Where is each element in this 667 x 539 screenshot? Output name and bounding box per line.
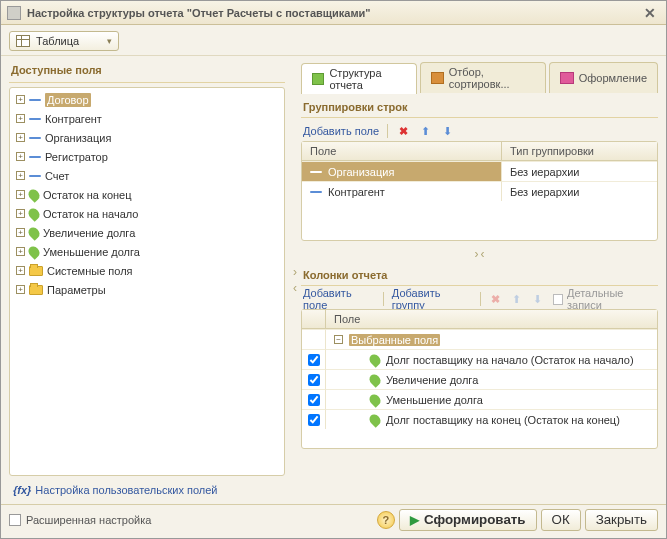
col-header-type: Тип группировки xyxy=(502,142,657,160)
filter-icon xyxy=(431,72,443,84)
expand-icon[interactable]: + xyxy=(16,209,25,218)
move-left-icon[interactable]: ‹ xyxy=(481,247,485,261)
tree-item-label: Остаток на начало xyxy=(43,208,138,220)
folder-icon xyxy=(29,285,43,295)
column-row[interactable]: Долг поставщику на конец (Остаток на кон… xyxy=(302,409,657,429)
separator xyxy=(387,124,388,138)
tab-structure[interactable]: Структура отчета xyxy=(301,63,417,94)
column-checkbox[interactable] xyxy=(308,374,320,386)
chevron-down-icon: ▾ xyxy=(107,36,112,46)
add-field-link[interactable]: Добавить поле xyxy=(303,125,379,137)
form-button-label: Сформировать xyxy=(424,512,526,527)
move-right-icon[interactable]: › xyxy=(475,247,479,261)
column-label: Долг поставщику на начало (Остаток на на… xyxy=(386,354,634,366)
columns-grid[interactable]: Поле − Выбранные поля Долг поставщику на… xyxy=(301,309,658,449)
columns-root-row[interactable]: − Выбранные поля xyxy=(302,329,657,349)
grouping-row[interactable]: КонтрагентБез иерархии xyxy=(302,181,657,201)
design-icon xyxy=(560,72,574,84)
expand-icon[interactable]: + xyxy=(16,133,25,142)
close-button-label: Закрыть xyxy=(596,512,647,527)
field-tree[interactable]: +Договор+Контрагент+Организация+Регистра… xyxy=(9,87,285,476)
column-row[interactable]: Увеличение долга xyxy=(302,369,657,389)
leaf-icon xyxy=(367,372,383,388)
column-row[interactable]: Долг поставщику на начало (Остаток на на… xyxy=(302,349,657,369)
form-report-button[interactable]: ▶ Сформировать xyxy=(399,509,537,531)
grouping-type: Без иерархии xyxy=(502,181,657,201)
delete-icon[interactable]: ✖ xyxy=(396,124,410,138)
leaf-icon xyxy=(367,392,383,408)
splitter-vertical[interactable]: › ‹ xyxy=(289,56,301,504)
tree-item-label: Остаток на конец xyxy=(43,189,132,201)
tree-item[interactable]: +Контрагент xyxy=(10,109,284,128)
expand-icon[interactable]: + xyxy=(16,266,25,275)
column-checkbox[interactable] xyxy=(308,414,320,426)
help-button[interactable]: ? xyxy=(377,511,395,529)
tree-item-label: Договор xyxy=(45,93,91,107)
tree-item-label: Увеличение долга xyxy=(43,227,135,239)
expand-icon[interactable]: + xyxy=(16,190,25,199)
expand-icon[interactable]: + xyxy=(16,247,25,256)
delete-icon: ✖ xyxy=(489,292,502,306)
expand-icon[interactable]: + xyxy=(16,95,25,104)
fx-icon: {fx} xyxy=(13,484,31,496)
grouping-type: Без иерархии xyxy=(502,161,657,181)
expand-icon[interactable]: + xyxy=(16,285,25,294)
column-checkbox[interactable] xyxy=(308,354,320,366)
column-label: Уменьшение долга xyxy=(386,394,483,406)
groupings-title: Группировки строк xyxy=(301,99,658,118)
structure-icon xyxy=(312,73,324,85)
tab-filter-sort[interactable]: Отбор, сортировк... xyxy=(420,62,545,93)
grouping-field: Организация xyxy=(328,166,394,178)
collapse-icon[interactable]: − xyxy=(334,335,343,344)
add-field-link[interactable]: Добавить поле xyxy=(303,287,375,311)
leaf-icon xyxy=(26,187,42,203)
tab-filter-label: Отбор, сортировк... xyxy=(449,66,535,90)
tree-item[interactable]: +Уменьшение долга xyxy=(10,242,284,261)
tree-item[interactable]: +Параметры xyxy=(10,280,284,299)
dash-icon xyxy=(29,118,41,120)
expand-icon[interactable]: + xyxy=(16,152,25,161)
tab-design[interactable]: Оформление xyxy=(549,62,658,93)
tree-item[interactable]: +Организация xyxy=(10,128,284,147)
tree-item[interactable]: +Системные поля xyxy=(10,261,284,280)
splitter-horizontal[interactable]: › ‹ xyxy=(301,247,658,261)
dash-icon xyxy=(310,171,322,173)
ok-button[interactable]: ОК xyxy=(541,509,581,531)
move-left-icon[interactable]: ‹ xyxy=(293,281,297,295)
col-header-field: Поле xyxy=(326,310,657,328)
move-right-icon[interactable]: › xyxy=(293,265,297,279)
move-up-icon[interactable]: ⬆ xyxy=(418,124,432,138)
move-down-icon: ⬇ xyxy=(531,292,544,306)
tree-item[interactable]: +Счет xyxy=(10,166,284,185)
expand-icon[interactable]: + xyxy=(16,171,25,180)
user-fields-label: Настройка пользовательских полей xyxy=(35,484,217,496)
close-icon[interactable]: ✕ xyxy=(640,5,660,21)
tree-item[interactable]: +Договор xyxy=(10,90,284,109)
expand-icon[interactable]: + xyxy=(16,114,25,123)
dash-icon xyxy=(29,156,41,158)
advanced-settings-checkbox[interactable]: Расширенная настройка xyxy=(9,514,151,526)
groupings-grid[interactable]: Поле Тип группировки ОрганизацияБез иера… xyxy=(301,141,658,241)
col-header-field: Поле xyxy=(302,142,502,160)
dash-icon xyxy=(29,99,41,101)
separator xyxy=(383,292,384,306)
column-checkbox[interactable] xyxy=(308,394,320,406)
tree-item[interactable]: +Увеличение долга xyxy=(10,223,284,242)
column-row[interactable]: Уменьшение долга xyxy=(302,389,657,409)
grouping-row[interactable]: ОрганизацияБез иерархии xyxy=(302,161,657,181)
tree-item[interactable]: +Регистратор xyxy=(10,147,284,166)
detail-records-checkbox[interactable]: Детальные записи xyxy=(553,287,657,311)
tree-item[interactable]: +Остаток на начало xyxy=(10,204,284,223)
leaf-icon xyxy=(26,244,42,260)
dash-icon xyxy=(29,175,41,177)
leaf-icon xyxy=(26,225,42,241)
dash-icon xyxy=(29,137,41,139)
user-fields-link[interactable]: {fx} Настройка пользовательских полей xyxy=(9,476,285,500)
add-group-link[interactable]: Добавить группу xyxy=(392,287,472,311)
tree-item[interactable]: +Остаток на конец xyxy=(10,185,284,204)
move-down-icon[interactable]: ⬇ xyxy=(440,124,454,138)
expand-icon[interactable]: + xyxy=(16,228,25,237)
tree-item-label: Системные поля xyxy=(47,265,133,277)
close-button[interactable]: Закрыть xyxy=(585,509,658,531)
table-mode-selector[interactable]: Таблица ▾ xyxy=(9,31,119,51)
